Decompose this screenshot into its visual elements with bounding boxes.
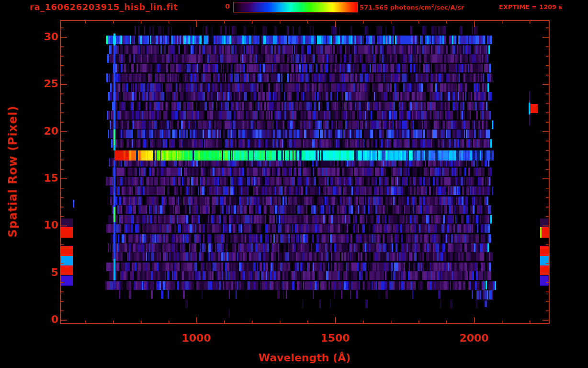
spectrogram-canvas bbox=[0, 0, 588, 368]
exptime-label: EXPTIME = 1209 s bbox=[499, 4, 562, 11]
y-tick-label-10: 10 bbox=[38, 219, 58, 231]
colorbar-min-label: 0 bbox=[216, 3, 230, 10]
colorbar-unit-suffix: /sec/A/sr bbox=[434, 4, 464, 11]
window-title: ra_160626203915_hisb_lin.fit bbox=[30, 2, 178, 12]
y-tick-label-15: 15 bbox=[38, 172, 58, 184]
x-tick-label-2000: 2000 bbox=[450, 333, 498, 344]
y-tick-label-30: 30 bbox=[38, 31, 58, 43]
y-axis-title: Spatial Row (Pixel) bbox=[7, 105, 19, 237]
colorbar-gradient bbox=[233, 2, 358, 12]
x-tick-label-1000: 1000 bbox=[172, 333, 220, 344]
y-tick-label-0: 0 bbox=[38, 314, 58, 325]
x-tick-label-1500: 1500 bbox=[311, 333, 359, 344]
colorbar-unit-prefix: photons/cm bbox=[388, 4, 431, 11]
colorbar-max-label: 571.565 photons/cm2/sec/A/sr bbox=[360, 4, 464, 11]
colorbar-max-value: 571.565 bbox=[360, 4, 388, 11]
y-tick-label-25: 25 bbox=[38, 78, 58, 90]
y-tick-label-20: 20 bbox=[38, 126, 58, 137]
x-axis-title: Wavelength (Å) bbox=[252, 352, 357, 364]
y-tick-label-5: 5 bbox=[38, 267, 58, 278]
